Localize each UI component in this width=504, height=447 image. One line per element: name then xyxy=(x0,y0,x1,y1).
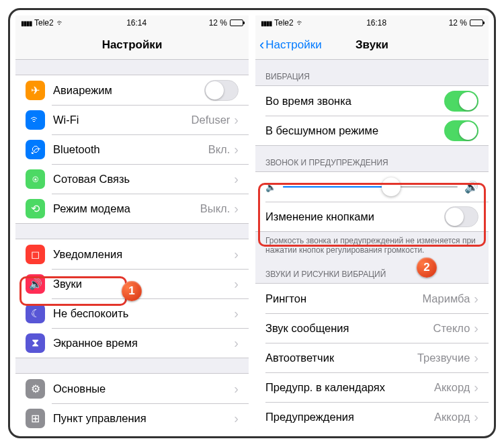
chevron-right-icon: › xyxy=(234,276,239,292)
settings-row-Bluetooth[interactable]: ⌮BluetoothВкл.› xyxy=(15,134,249,164)
row-label: В бесшумном режиме xyxy=(265,124,444,137)
chevron-right-icon: › xyxy=(234,201,239,216)
row-label: Уведомления xyxy=(53,248,234,261)
cellular-icon: ⍟ xyxy=(26,169,45,189)
control-center-icon: ⊞ xyxy=(26,409,45,428)
row-label: Автоответчик xyxy=(265,352,417,364)
screenshot-frame: ▮▮▮▮ Tele2 ᯤ 16:14 12 % Настройки ✈Авиар… xyxy=(8,8,496,438)
row-label: Bluetooth xyxy=(53,143,208,156)
settings-row-Пункт управления[interactable]: ⊞Пункт управления› xyxy=(15,403,249,431)
row-value: Аккорд xyxy=(434,381,470,394)
chevron-right-icon: › xyxy=(474,409,478,425)
chevron-right-icon: › xyxy=(234,142,239,157)
settings-row-Режим модема[interactable]: ⟲Режим модемаВыкл.› xyxy=(15,194,249,223)
settings-row-Не беспокоить[interactable]: ☾Не беспокоить› xyxy=(15,298,249,328)
sounds-icon: 🔊 xyxy=(26,274,45,294)
change-with-buttons-toggle[interactable] xyxy=(444,206,478,227)
section-sound-patterns: ЗВУКИ И РИСУНКИ ВИБРАЦИЙ xyxy=(255,257,489,283)
vibration-row[interactable]: В бесшумном режиме xyxy=(255,116,489,145)
sound-row[interactable]: ПредупрежденияАккорд› xyxy=(255,402,489,431)
battery-percent: 12 % xyxy=(209,18,227,28)
settings-row-Wi-Fi[interactable]: ᯤWi-FiDefuser› xyxy=(15,105,249,134)
signal-icon: ▮▮▮▮ xyxy=(261,19,271,27)
battery-icon xyxy=(470,19,483,26)
row-label: Авиарежим xyxy=(53,84,204,97)
sound-row[interactable]: РингтонМаримба› xyxy=(255,284,489,313)
toggle[interactable] xyxy=(444,120,478,141)
general-icon: ⚙ xyxy=(26,379,45,399)
chevron-right-icon: › xyxy=(474,291,478,307)
toggle[interactable] xyxy=(204,80,239,101)
step-badge-2: 2 xyxy=(417,257,437,278)
ringer-volume-slider[interactable] xyxy=(283,179,458,195)
clock: 16:18 xyxy=(366,18,386,28)
chevron-left-icon: ‹ xyxy=(259,38,264,52)
phone-right: ▮▮▮▮ Tele2 ᯤ 16:18 12 % ‹ Настройки Звук… xyxy=(255,15,489,431)
chevron-right-icon: › xyxy=(474,321,478,336)
row-label: Предупр. в календарях xyxy=(265,381,434,394)
row-label: Режим модема xyxy=(53,202,200,215)
status-bar: ▮▮▮▮ Tele2 ᯤ 16:14 12 % xyxy=(15,15,249,30)
back-button[interactable]: ‹ Настройки xyxy=(255,38,322,52)
sound-row[interactable]: Предупр. в календаряхАккорд› xyxy=(255,372,489,402)
speaker-high-icon: 🔊 xyxy=(464,180,478,194)
row-value: Маримба xyxy=(422,292,470,305)
ringer-volume-slider-row: 🔈 🔊 xyxy=(255,172,489,202)
change-with-buttons-row[interactable]: Изменение кнопками xyxy=(255,202,489,231)
clock: 16:14 xyxy=(126,18,146,28)
status-bar: ▮▮▮▮ Tele2 ᯤ 16:18 12 % xyxy=(255,15,489,30)
step-badge-1: 1 xyxy=(122,281,142,301)
wifi-icon: ᯤ xyxy=(26,110,45,130)
row-label: Звуки xyxy=(53,278,234,290)
row-label: Рингтон xyxy=(265,292,422,305)
sounds-settings-list[interactable]: ВИБРАЦИЯ Во время звонкаВ бесшумном режи… xyxy=(255,60,489,431)
carrier-label: Tele2 xyxy=(274,18,294,28)
wifi-status-icon: ᯤ xyxy=(56,18,65,28)
row-label: Wi-Fi xyxy=(53,114,192,126)
chevron-right-icon: › xyxy=(234,306,239,321)
hotspot-icon: ⟲ xyxy=(26,199,45,218)
ringer-footer: Громкость звонка и предупреждений не изм… xyxy=(255,232,489,257)
speaker-low-icon: 🔈 xyxy=(265,182,276,192)
row-label: Не беспокоить xyxy=(53,307,234,320)
wifi-status-icon: ᯤ xyxy=(296,18,304,28)
toggle[interactable] xyxy=(444,91,478,112)
battery-icon xyxy=(230,19,243,26)
settings-row-Сотовая Связь[interactable]: ⍟Сотовая Связь› xyxy=(15,164,249,194)
row-label: Экранное время xyxy=(53,337,234,350)
chevron-right-icon: › xyxy=(234,411,239,426)
chevron-right-icon: › xyxy=(234,381,239,397)
nav-bar: ‹ Настройки Звуки xyxy=(255,30,489,60)
row-label: Сотовая Связь xyxy=(53,173,234,186)
row-label: Звук сообщения xyxy=(265,322,433,335)
settings-row-Уведомления[interactable]: ◻Уведомления› xyxy=(15,239,249,269)
settings-row-Основные[interactable]: ⚙Основные› xyxy=(15,374,249,403)
phone-left: ▮▮▮▮ Tele2 ᯤ 16:14 12 % Настройки ✈Авиар… xyxy=(15,15,249,431)
airplane-icon: ✈ xyxy=(26,81,45,100)
row-label: Во время звонка xyxy=(265,95,444,108)
dnd-icon: ☾ xyxy=(26,304,45,323)
settings-row-Авиарежим[interactable]: ✈Авиарежим xyxy=(15,75,249,105)
sound-row[interactable]: АвтоответчикТрезвучие› xyxy=(255,343,489,372)
chevron-right-icon: › xyxy=(234,112,239,128)
row-label: Пункт управления xyxy=(53,412,234,425)
chevron-right-icon: › xyxy=(474,350,478,366)
sound-row[interactable]: Звук сообщенияСтекло› xyxy=(255,313,489,343)
row-value: Defuser xyxy=(192,114,230,126)
row-label: Предупреждения xyxy=(265,411,434,423)
chevron-right-icon: › xyxy=(474,380,478,395)
row-label: Основные xyxy=(53,382,234,395)
notifications-icon: ◻ xyxy=(26,245,45,264)
vibration-row[interactable]: Во время звонка xyxy=(255,86,489,116)
section-vibration: ВИБРАЦИЯ xyxy=(255,60,489,85)
section-ringer: ЗВОНОК И ПРЕДУПРЕЖДЕНИЯ xyxy=(255,146,489,171)
chevron-right-icon: › xyxy=(234,247,239,262)
carrier-label: Tele2 xyxy=(34,18,54,28)
settings-row-Экранное время[interactable]: ⧗Экранное время› xyxy=(15,328,249,358)
row-value: Стекло xyxy=(433,322,470,335)
nav-bar: Настройки xyxy=(15,30,249,60)
screentime-icon: ⧗ xyxy=(26,333,45,353)
back-label: Настройки xyxy=(265,38,321,52)
settings-list[interactable]: ✈АвиарежимᯤWi-FiDefuser›⌮BluetoothВкл.›⍟… xyxy=(15,60,249,431)
row-value: Трезвучие xyxy=(417,352,470,364)
